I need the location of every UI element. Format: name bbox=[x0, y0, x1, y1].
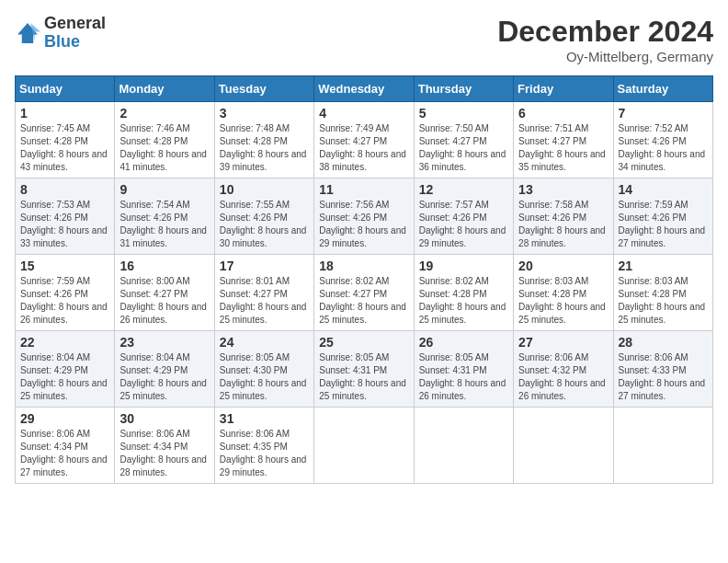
day-number: 14 bbox=[619, 182, 708, 197]
day-info: Sunrise: 8:05 AM Sunset: 4:31 PM Dayligh… bbox=[419, 351, 508, 403]
daylight-label: Daylight: 8 hours and 25 minutes. bbox=[119, 378, 207, 401]
daylight-label: Daylight: 8 hours and 33 minutes. bbox=[20, 225, 108, 248]
day-number: 9 bbox=[119, 182, 209, 197]
day-number: 24 bbox=[220, 335, 309, 350]
day-info: Sunrise: 7:53 AM Sunset: 4:26 PM Dayligh… bbox=[20, 199, 109, 250]
day-info: Sunrise: 8:03 AM Sunset: 4:28 PM Dayligh… bbox=[518, 275, 608, 327]
logo-blue-text: Blue bbox=[44, 33, 106, 52]
calendar-cell: 2 Sunrise: 7:46 AM Sunset: 4:28 PM Dayli… bbox=[115, 102, 214, 178]
sunset-label: Sunset: 4:26 PM bbox=[518, 213, 586, 223]
day-number: 7 bbox=[619, 106, 708, 121]
daylight-label: Daylight: 8 hours and 25 minutes. bbox=[518, 302, 606, 325]
day-number: 28 bbox=[619, 335, 708, 350]
calendar-cell: 17 Sunrise: 8:01 AM Sunset: 4:27 PM Dayl… bbox=[214, 255, 313, 331]
sunrise-label: Sunrise: 8:06 AM bbox=[119, 429, 189, 439]
sunset-label: Sunset: 4:26 PM bbox=[619, 136, 687, 146]
sunrise-label: Sunrise: 7:54 AM bbox=[119, 200, 189, 210]
daylight-label: Daylight: 8 hours and 30 minutes. bbox=[220, 225, 307, 248]
day-info: Sunrise: 7:49 AM Sunset: 4:27 PM Dayligh… bbox=[319, 122, 408, 174]
sunset-label: Sunset: 4:27 PM bbox=[319, 289, 387, 299]
sunrise-label: Sunrise: 7:55 AM bbox=[220, 200, 290, 210]
sunset-label: Sunset: 4:28 PM bbox=[220, 136, 288, 146]
calendar-cell: 6 Sunrise: 7:51 AM Sunset: 4:27 PM Dayli… bbox=[514, 102, 613, 178]
day-info: Sunrise: 7:57 AM Sunset: 4:26 PM Dayligh… bbox=[419, 199, 508, 250]
day-info: Sunrise: 7:48 AM Sunset: 4:28 PM Dayligh… bbox=[220, 122, 309, 174]
sunset-label: Sunset: 4:26 PM bbox=[419, 213, 487, 223]
day-info: Sunrise: 8:02 AM Sunset: 4:27 PM Dayligh… bbox=[319, 275, 408, 327]
sunset-label: Sunset: 4:27 PM bbox=[419, 136, 487, 146]
sunrise-label: Sunrise: 8:06 AM bbox=[518, 352, 588, 362]
daylight-label: Daylight: 8 hours and 26 minutes. bbox=[518, 378, 606, 401]
calendar-cell: 19 Sunrise: 8:02 AM Sunset: 4:28 PM Dayl… bbox=[414, 255, 513, 331]
logo: General Blue bbox=[15, 15, 106, 52]
calendar-cell: 12 Sunrise: 7:57 AM Sunset: 4:26 PM Dayl… bbox=[414, 178, 513, 255]
daylight-label: Daylight: 8 hours and 25 minutes. bbox=[319, 378, 406, 401]
weekday-header: Saturday bbox=[613, 76, 712, 102]
sunrise-label: Sunrise: 7:57 AM bbox=[419, 200, 489, 210]
daylight-label: Daylight: 8 hours and 29 minutes. bbox=[220, 454, 307, 477]
sunrise-label: Sunrise: 7:51 AM bbox=[518, 123, 588, 133]
sunrise-label: Sunrise: 8:03 AM bbox=[518, 276, 588, 286]
sunrise-label: Sunrise: 8:02 AM bbox=[319, 276, 389, 286]
day-info: Sunrise: 7:52 AM Sunset: 4:26 PM Dayligh… bbox=[619, 122, 708, 174]
sunset-label: Sunset: 4:27 PM bbox=[319, 136, 387, 146]
calendar-cell: 20 Sunrise: 8:03 AM Sunset: 4:28 PM Dayl… bbox=[514, 255, 613, 331]
day-number: 31 bbox=[220, 411, 309, 426]
sunrise-label: Sunrise: 8:06 AM bbox=[220, 429, 290, 439]
sunrise-label: Sunrise: 8:05 AM bbox=[220, 352, 290, 362]
day-info: Sunrise: 8:00 AM Sunset: 4:27 PM Dayligh… bbox=[119, 275, 209, 327]
calendar-week-row: 22 Sunrise: 8:04 AM Sunset: 4:29 PM Dayl… bbox=[16, 331, 713, 408]
daylight-label: Daylight: 8 hours and 39 minutes. bbox=[220, 149, 307, 172]
calendar-cell: 24 Sunrise: 8:05 AM Sunset: 4:30 PM Dayl… bbox=[214, 331, 313, 408]
sunset-label: Sunset: 4:26 PM bbox=[619, 213, 687, 223]
calendar-cell: 27 Sunrise: 8:06 AM Sunset: 4:32 PM Dayl… bbox=[514, 331, 613, 408]
calendar-cell: 30 Sunrise: 8:06 AM Sunset: 4:34 PM Dayl… bbox=[115, 408, 214, 484]
calendar-cell: 31 Sunrise: 8:06 AM Sunset: 4:35 PM Dayl… bbox=[214, 408, 313, 484]
calendar-cell: 11 Sunrise: 7:56 AM Sunset: 4:26 PM Dayl… bbox=[314, 178, 414, 255]
daylight-label: Daylight: 8 hours and 25 minutes. bbox=[619, 302, 706, 325]
calendar-cell: 5 Sunrise: 7:50 AM Sunset: 4:27 PM Dayli… bbox=[414, 102, 513, 178]
day-info: Sunrise: 8:06 AM Sunset: 4:35 PM Dayligh… bbox=[220, 428, 309, 479]
calendar-cell: 4 Sunrise: 7:49 AM Sunset: 4:27 PM Dayli… bbox=[314, 102, 414, 178]
calendar-cell bbox=[314, 408, 414, 484]
day-info: Sunrise: 7:45 AM Sunset: 4:28 PM Dayligh… bbox=[20, 122, 109, 174]
calendar-week-row: 15 Sunrise: 7:59 AM Sunset: 4:26 PM Dayl… bbox=[16, 255, 713, 331]
daylight-label: Daylight: 8 hours and 28 minutes. bbox=[518, 225, 606, 248]
sunrise-label: Sunrise: 7:53 AM bbox=[20, 200, 90, 210]
sunrise-label: Sunrise: 7:59 AM bbox=[20, 276, 90, 286]
daylight-label: Daylight: 8 hours and 25 minutes. bbox=[20, 378, 108, 401]
daylight-label: Daylight: 8 hours and 35 minutes. bbox=[518, 149, 606, 172]
calendar-cell: 23 Sunrise: 8:04 AM Sunset: 4:29 PM Dayl… bbox=[115, 331, 214, 408]
calendar-cell bbox=[414, 408, 513, 484]
daylight-label: Daylight: 8 hours and 26 minutes. bbox=[119, 302, 207, 325]
sunset-label: Sunset: 4:32 PM bbox=[518, 365, 586, 375]
sunset-label: Sunset: 4:29 PM bbox=[20, 365, 88, 375]
sunset-label: Sunset: 4:29 PM bbox=[119, 365, 188, 375]
day-number: 29 bbox=[20, 411, 109, 426]
day-info: Sunrise: 7:54 AM Sunset: 4:26 PM Dayligh… bbox=[119, 199, 209, 250]
daylight-label: Daylight: 8 hours and 27 minutes. bbox=[619, 378, 706, 401]
sunset-label: Sunset: 4:34 PM bbox=[119, 442, 188, 452]
day-number: 17 bbox=[220, 259, 309, 273]
sunset-label: Sunset: 4:31 PM bbox=[419, 365, 487, 375]
sunrise-label: Sunrise: 7:45 AM bbox=[20, 123, 90, 133]
sunset-label: Sunset: 4:28 PM bbox=[619, 289, 687, 299]
sunset-label: Sunset: 4:35 PM bbox=[220, 442, 288, 452]
day-number: 27 bbox=[518, 335, 608, 350]
calendar-cell: 14 Sunrise: 7:59 AM Sunset: 4:26 PM Dayl… bbox=[613, 178, 712, 255]
day-info: Sunrise: 7:51 AM Sunset: 4:27 PM Dayligh… bbox=[518, 122, 608, 174]
day-number: 8 bbox=[20, 182, 109, 197]
day-number: 25 bbox=[319, 335, 408, 350]
sunrise-label: Sunrise: 8:01 AM bbox=[220, 276, 290, 286]
sunset-label: Sunset: 4:26 PM bbox=[20, 289, 88, 299]
calendar-cell: 26 Sunrise: 8:05 AM Sunset: 4:31 PM Dayl… bbox=[414, 331, 513, 408]
day-number: 26 bbox=[419, 335, 508, 350]
day-info: Sunrise: 8:01 AM Sunset: 4:27 PM Dayligh… bbox=[220, 275, 309, 327]
logo-text: General Blue bbox=[44, 15, 106, 52]
daylight-label: Daylight: 8 hours and 29 minutes. bbox=[319, 225, 406, 248]
day-number: 11 bbox=[319, 182, 408, 197]
day-number: 16 bbox=[119, 259, 209, 273]
daylight-label: Daylight: 8 hours and 31 minutes. bbox=[119, 225, 207, 248]
calendar-cell bbox=[613, 408, 712, 484]
day-info: Sunrise: 8:05 AM Sunset: 4:30 PM Dayligh… bbox=[220, 351, 309, 403]
